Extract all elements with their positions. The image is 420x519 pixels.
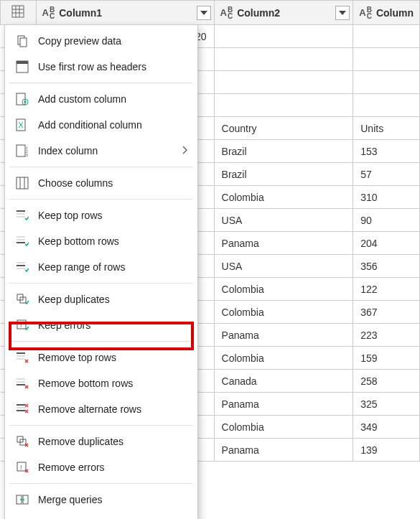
type-text-icon: ABC: [42, 6, 55, 20]
cell: Panama: [214, 232, 353, 255]
cell: Units: [353, 117, 420, 140]
cell: 159: [353, 347, 420, 370]
remove-alternate-icon: [15, 402, 29, 416]
menu-add-custom-column[interactable]: Add custom column: [5, 86, 197, 112]
menu-append-queries[interactable]: Append queries: [5, 513, 197, 519]
menu-keep-errors[interactable]: ! Keep errors: [5, 312, 197, 338]
filter-dropdown-icon[interactable]: [335, 6, 350, 20]
column-name: Column: [376, 7, 414, 19]
cell: 356: [353, 255, 420, 278]
menu-label: Index column: [38, 145, 98, 156]
headers-icon: [15, 60, 29, 74]
table-corner-menu[interactable]: [1, 1, 37, 25]
menu-label: Add conditional column: [38, 119, 142, 131]
menu-label: Remove bottom rows: [38, 378, 133, 389]
menu-remove-top-rows[interactable]: Remove top rows: [5, 345, 197, 370]
cell: Colombia: [214, 278, 353, 301]
filter-dropdown-icon[interactable]: [197, 6, 211, 20]
cell: USA: [214, 209, 353, 232]
menu-label: Remove top rows: [38, 352, 116, 363]
cell: 122: [353, 278, 420, 301]
menu-remove-duplicates[interactable]: Remove duplicates: [5, 429, 197, 454]
chevron-right-icon: [182, 145, 187, 156]
cell: 57: [353, 163, 420, 186]
cell: Colombia: [214, 347, 353, 370]
cell: 90: [353, 209, 420, 232]
cell: Brazil: [214, 163, 353, 186]
menu-label: Remove duplicates: [38, 436, 123, 447]
column-header-2[interactable]: ABC Column2: [214, 1, 353, 25]
menu-label: Choose columns: [38, 177, 113, 189]
menu-remove-alternate-rows[interactable]: Remove alternate rows: [5, 396, 197, 422]
merge-icon: [15, 492, 29, 507]
cell: USA: [214, 255, 353, 278]
copy-icon: [15, 34, 29, 48]
keep-errors-icon: !: [15, 318, 29, 332]
cell: Colombia: [214, 186, 353, 209]
cell: 204: [353, 232, 420, 255]
keep-bottom-icon: [15, 234, 29, 248]
cell: Colombia: [214, 416, 353, 439]
cell: Country: [214, 117, 353, 140]
header-row: ABC Column1 ABC Column2 ABC Column: [1, 1, 420, 25]
svg-rect-6: [20, 38, 27, 47]
svg-text:!: !: [20, 464, 22, 471]
menu-keep-range-of-rows[interactable]: Keep range of rows: [5, 254, 197, 280]
svg-rect-8: [17, 61, 28, 64]
choose-columns-icon: [15, 176, 29, 190]
column-name: Column2: [237, 7, 280, 19]
menu-label: Keep bottom rows: [38, 235, 119, 247]
menu-remove-bottom-rows[interactable]: Remove bottom rows: [5, 370, 197, 396]
keep-top-icon: [15, 208, 29, 223]
cell: 139: [353, 439, 420, 462]
conditional-column-icon: [15, 118, 29, 132]
cell: 367: [353, 301, 420, 324]
menu-label: Add custom column: [38, 93, 126, 105]
cell: 153: [353, 140, 420, 163]
column-header-1[interactable]: ABC Column1: [36, 1, 214, 25]
custom-column-icon: [15, 92, 29, 106]
menu-label: Use first row as headers: [38, 61, 146, 73]
menu-remove-errors[interactable]: ! Remove errors: [5, 454, 197, 480]
menu-choose-columns[interactable]: Choose columns: [5, 170, 197, 196]
context-menu: Copy preview data Use first row as heade…: [4, 24, 198, 519]
menu-label: Copy preview data: [38, 35, 121, 47]
remove-errors-icon: !: [15, 460, 29, 474]
cell: 325: [353, 393, 420, 416]
menu-index-column[interactable]: 123 Index column: [5, 138, 197, 164]
column-name: Column1: [59, 7, 102, 19]
menu-label: Keep duplicates: [38, 294, 110, 305]
cell: Panama: [214, 324, 353, 347]
index-column-icon: 123: [15, 144, 29, 158]
cell: [214, 25, 353, 48]
menu-keep-duplicates[interactable]: Keep duplicates: [5, 286, 197, 312]
keep-range-icon: [15, 260, 29, 274]
remove-duplicates-icon: [15, 434, 29, 449]
cell: 310: [353, 186, 420, 209]
menu-label: Remove alternate rows: [38, 403, 141, 415]
menu-label: Keep range of rows: [38, 261, 125, 273]
remove-bottom-icon: [15, 376, 29, 391]
cell: 223: [353, 324, 420, 347]
menu-use-first-row-as-headers[interactable]: Use first row as headers: [5, 54, 197, 80]
svg-text:!: !: [20, 322, 22, 329]
menu-keep-top-rows[interactable]: Keep top rows: [5, 202, 197, 228]
menu-keep-bottom-rows[interactable]: Keep bottom rows: [5, 228, 197, 254]
menu-label: Keep errors: [38, 319, 90, 331]
cell: Panama: [214, 393, 353, 416]
type-text-icon: ABC: [220, 6, 233, 20]
cell: Panama: [214, 439, 353, 462]
cell: [353, 25, 420, 48]
menu-add-conditional-column[interactable]: Add conditional column: [5, 112, 197, 138]
column-header-3[interactable]: ABC Column: [353, 1, 420, 25]
keep-duplicates-icon: [15, 292, 29, 307]
table-icon: [11, 9, 24, 20]
cell: Brazil: [214, 140, 353, 163]
svg-rect-12: [17, 145, 25, 156]
svg-rect-16: [17, 177, 28, 189]
cell: Colombia: [214, 301, 353, 324]
menu-merge-queries[interactable]: Merge queries: [5, 487, 197, 513]
menu-label: Keep top rows: [38, 210, 103, 221]
menu-copy-preview-data[interactable]: Copy preview data: [5, 28, 197, 54]
svg-rect-0: [12, 6, 24, 17]
